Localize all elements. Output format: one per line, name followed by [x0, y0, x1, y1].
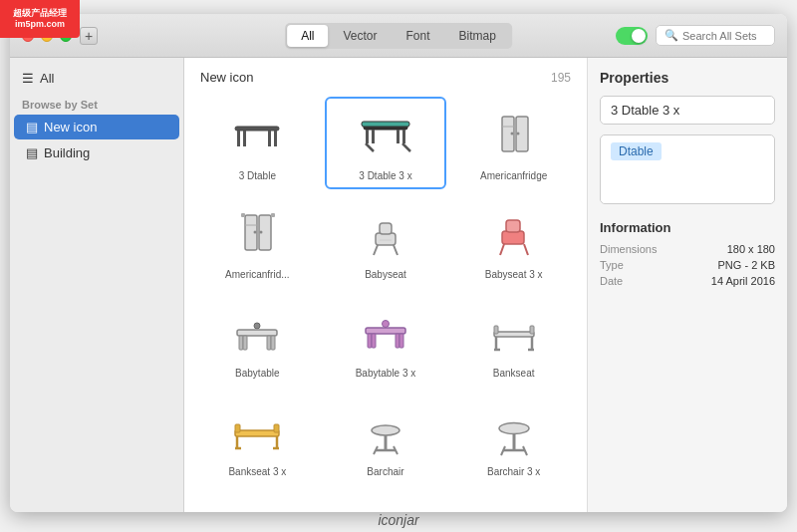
icon-cell-3dtable[interactable]: 3 Dtable [196, 97, 319, 189]
svg-line-33 [524, 244, 528, 255]
svg-point-17 [516, 133, 519, 135]
icon-label-3dtable3x: 3 Dtable 3 x [359, 170, 411, 181]
main-content: ☰ All Browse by Set ▤ New icon ▤ Buildin… [10, 58, 787, 512]
sidebar-all-icon: ☰ [22, 71, 34, 86]
info-row-date: Date 14 April 2016 [600, 275, 775, 287]
icon-3dtable-svg [227, 107, 287, 166]
svg-rect-48 [530, 326, 534, 334]
sidebar-folder-icon-2: ▤ [26, 145, 38, 160]
icon-barchair-svg [356, 402, 415, 462]
svg-rect-53 [235, 430, 279, 436]
svg-rect-35 [237, 330, 277, 336]
date-label: Date [600, 275, 623, 287]
sidebar-folder-icon-1: ▤ [26, 120, 38, 134]
svg-point-21 [254, 231, 257, 234]
icon-americanfrid-svg [227, 205, 287, 265]
icon-cell-babytable[interactable]: Babytable [196, 294, 319, 387]
icon-label-americanfrid: Americanfrid... [225, 269, 289, 280]
icon-cell-barchair3x[interactable]: Barchair 3 x [452, 393, 575, 485]
icon-babyseat-svg [356, 205, 415, 265]
icon-americanfridge-svg [484, 107, 544, 166]
svg-rect-1 [237, 131, 240, 146]
svg-point-60 [372, 425, 399, 435]
svg-rect-7 [366, 130, 369, 143]
svg-point-34 [254, 323, 260, 329]
icon-area-header: New icon 195 [192, 66, 579, 93]
icon-cell-bankseat[interactable]: Bankseat [452, 294, 575, 387]
svg-rect-46 [494, 332, 534, 337]
icon-grid: 3 Dtable 3 Dtable 3 x [192, 93, 579, 489]
icon-area: New icon 195 3 Dtable [184, 58, 588, 512]
svg-rect-42 [368, 334, 372, 348]
icon-label-babyseat: Babyseat [365, 269, 406, 280]
icon-label-barchair: Barchair [367, 466, 403, 477]
svg-rect-24 [271, 213, 275, 217]
properties-panel: Properties Dtable Information Dimensions… [588, 58, 787, 512]
app-name-label: iconjar [0, 512, 797, 528]
icon-babytable-svg [227, 304, 287, 364]
icon-label-babyseat3x: Babyseat 3 x [485, 269, 543, 280]
icon-bankseat-svg [484, 304, 544, 364]
tag-area[interactable]: Dtable [600, 134, 775, 204]
svg-rect-23 [241, 213, 245, 217]
icon-cell-3dtable3x[interactable]: 3 Dtable 3 x [325, 97, 447, 189]
sidebar: ☰ All Browse by Set ▤ New icon ▤ Buildin… [10, 58, 184, 512]
tab-all[interactable]: All [287, 25, 328, 47]
svg-line-27 [374, 245, 378, 255]
svg-line-12 [402, 143, 410, 151]
tab-font[interactable]: Font [393, 25, 444, 47]
tab-bitmap[interactable]: Bitmap [445, 25, 510, 47]
icon-cell-barchair[interactable]: Barchair [325, 393, 447, 485]
svg-rect-25 [376, 233, 396, 245]
sidebar-item-all[interactable]: ☰ All [10, 66, 183, 91]
toggle-switch[interactable] [616, 27, 648, 45]
icon-babyseat3x-svg [484, 205, 544, 265]
type-label: Type [600, 259, 624, 271]
toggle-area [616, 27, 648, 45]
svg-rect-36 [239, 336, 243, 350]
icon-cell-babyseat[interactable]: Babyseat [325, 195, 447, 288]
icon-cell-bankseat3x[interactable]: Bankseat 3 x [196, 393, 319, 485]
tag-dtable[interactable]: Dtable [611, 142, 662, 160]
sidebar-item-new-icon[interactable]: ▤ New icon [14, 115, 179, 139]
icon-3dtable3x-svg [356, 107, 415, 166]
tab-vector[interactable]: Vector [329, 25, 391, 47]
svg-line-28 [394, 245, 398, 255]
watermark: 超级产品经理im5pm.com [0, 0, 80, 38]
svg-rect-31 [506, 220, 520, 232]
titlebar: + All Vector Font Bitmap 🔍 [10, 14, 787, 58]
svg-rect-26 [380, 223, 392, 234]
icon-label-babytable: Babytable [235, 368, 279, 379]
dimensions-label: Dimensions [600, 243, 657, 255]
svg-rect-39 [271, 336, 275, 350]
svg-rect-55 [274, 424, 279, 432]
svg-rect-43 [372, 334, 376, 348]
svg-rect-10 [397, 130, 399, 143]
search-input[interactable] [682, 30, 762, 42]
sidebar-item-building[interactable]: ▤ Building [14, 140, 179, 165]
icon-label-babytable3x: Babytable 3 x [356, 368, 416, 379]
icon-barchair3x-svg [484, 402, 544, 462]
properties-title: Properties [600, 70, 775, 86]
dimensions-value: 180 x 180 [727, 243, 775, 255]
svg-point-22 [260, 231, 263, 234]
svg-point-40 [382, 321, 389, 328]
icon-cell-americanfridge[interactable]: Americanfridge [452, 97, 575, 189]
icon-cell-babyseat3x[interactable]: Babyseat 3 x [452, 195, 575, 288]
icon-area-title: New icon [200, 70, 253, 85]
svg-rect-41 [366, 328, 405, 334]
name-field[interactable] [600, 96, 775, 125]
svg-rect-44 [396, 334, 399, 348]
icon-label-americanfridge: Americanfridge [480, 170, 547, 181]
info-section-title: Information [600, 220, 775, 235]
icon-label-barchair3x: Barchair 3 x [487, 466, 540, 477]
search-icon: 🔍 [664, 29, 678, 42]
icon-cell-americanfrid[interactable]: Americanfrid... [196, 195, 319, 288]
svg-rect-8 [402, 130, 405, 143]
svg-line-11 [366, 143, 374, 151]
add-button[interactable]: + [80, 27, 98, 45]
icon-cell-babytable3x[interactable]: Babytable 3 x [325, 294, 447, 387]
search-box[interactable]: 🔍 [656, 25, 775, 46]
icon-babytable3x-svg [356, 304, 415, 364]
svg-point-65 [499, 423, 529, 434]
